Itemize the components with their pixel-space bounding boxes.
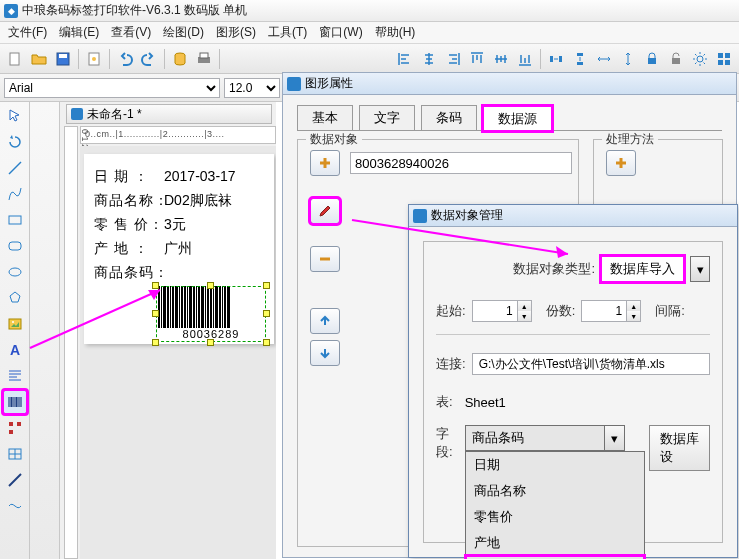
field-option[interactable]: 零售价 (466, 504, 644, 530)
align-left-button[interactable] (394, 48, 416, 70)
align-right-button[interactable] (442, 48, 464, 70)
data-object-dialog: 数据对象管理 数据对象类型: 数据库导入 ▾ 起始: ▲▼ 份数: ▲▼ 间隔:… (408, 204, 738, 558)
save-button[interactable] (52, 48, 74, 70)
field-option[interactable]: 商品名称 (466, 478, 644, 504)
menu-bar: 文件(F) 编辑(E) 查看(V) 绘图(D) 图形(S) 工具(T) 窗口(W… (0, 22, 739, 44)
ellipse-tool[interactable] (3, 260, 27, 284)
line2-tool[interactable] (3, 468, 27, 492)
barcode-tool[interactable] (3, 390, 27, 414)
label-page[interactable]: 日 期 ：2017-03-17 商品名称：D02脚底袜 零 售 价：3元 产 地… (84, 154, 274, 344)
svg-rect-11 (577, 62, 583, 65)
panel-icon (287, 77, 301, 91)
svg-rect-7 (200, 53, 208, 58)
pen-tool[interactable] (3, 494, 27, 518)
remove-data-button[interactable] (310, 246, 340, 272)
rich-text-tool[interactable] (3, 364, 27, 388)
menu-window[interactable]: 窗口(W) (313, 22, 368, 43)
tab-datasource[interactable]: 数据源 (483, 106, 552, 131)
open-button[interactable] (28, 48, 50, 70)
tab-text[interactable]: 文字 (359, 105, 415, 130)
edit-data-button[interactable] (310, 198, 340, 224)
distribute-v-button[interactable] (569, 48, 591, 70)
field-dropdown-list: 日期 商品名称 零售价 产地 商品条码 (465, 451, 645, 559)
svg-text:A: A (10, 342, 20, 358)
conn-value[interactable]: G:\办公文件\Test\培训\货物清单.xls (472, 353, 710, 375)
grid-button[interactable] (713, 48, 735, 70)
svg-point-23 (12, 321, 14, 323)
distribute-h-button[interactable] (545, 48, 567, 70)
field-option[interactable]: 日期 (466, 452, 644, 478)
type-combo[interactable]: 数据库导入 ▾ (601, 256, 710, 282)
align-top-button[interactable] (466, 48, 488, 70)
menu-tool[interactable]: 工具(T) (262, 22, 313, 43)
label-price-row: 零 售 价：3元 (94, 216, 264, 234)
dialog-title-bar[interactable]: 数据对象管理 (409, 205, 737, 227)
db-setup-button[interactable]: 数据库设 (649, 425, 711, 471)
field-dropdown[interactable]: 商品条码 ▾ 日期 商品名称 零售价 产地 商品条码 (465, 425, 625, 451)
data-value-display[interactable]: 8003628940026 (350, 152, 572, 174)
aux-palette (30, 102, 60, 559)
start-spinner[interactable]: ▲▼ (472, 300, 532, 322)
label-origin-row: 产 地 ：广州 (94, 240, 264, 258)
move-down-button[interactable] (310, 340, 340, 366)
qr-tool[interactable] (3, 416, 27, 440)
align-middle-button[interactable] (490, 48, 512, 70)
new-button[interactable] (4, 48, 26, 70)
same-width-button[interactable] (593, 48, 615, 70)
pointer-tool[interactable] (3, 104, 27, 128)
align-bottom-button[interactable] (514, 48, 536, 70)
title-bar: ◆ 中琅条码标签打印软件-V6.3.1 数码版 单机 (0, 0, 739, 22)
rect-tool[interactable] (3, 208, 27, 232)
ruler-horizontal (80, 126, 276, 144)
undo-button[interactable] (114, 48, 136, 70)
menu-help[interactable]: 帮助(H) (369, 22, 422, 43)
menu-shape[interactable]: 图形(S) (210, 22, 262, 43)
tab-barcode[interactable]: 条码 (421, 105, 477, 130)
move-up-button[interactable] (310, 308, 340, 334)
svg-rect-20 (9, 242, 21, 250)
text-tool[interactable]: A (3, 338, 27, 362)
properties-title-bar[interactable]: 图形属性 (283, 73, 736, 95)
add-process-button[interactable] (606, 150, 636, 176)
field-option[interactable]: 产地 (466, 530, 644, 556)
align-center-button[interactable] (418, 48, 440, 70)
doc-title: 未命名-1 * (87, 106, 142, 123)
tab-basic[interactable]: 基本 (297, 105, 353, 130)
field-arrow-icon[interactable]: ▾ (605, 425, 625, 451)
font-size-combo[interactable]: 12.0 (224, 78, 280, 98)
table-label: 表: (436, 393, 453, 411)
table-value: Sheet1 (465, 395, 506, 410)
svg-rect-17 (718, 60, 723, 65)
menu-view[interactable]: 查看(V) (105, 22, 157, 43)
curve-tool[interactable] (3, 182, 27, 206)
roundrect-tool[interactable] (3, 234, 27, 258)
same-height-button[interactable] (617, 48, 639, 70)
label-date-row: 日 期 ：2017-03-17 (94, 168, 264, 186)
menu-file[interactable]: 文件(F) (2, 22, 53, 43)
barcode-object[interactable]: 80036289 (156, 286, 266, 342)
rotate-tool[interactable] (3, 130, 27, 154)
type-dropdown-arrow[interactable]: ▾ (690, 256, 710, 282)
menu-edit[interactable]: 编辑(E) (53, 22, 105, 43)
add-data-button[interactable] (310, 150, 340, 176)
line-tool[interactable] (3, 156, 27, 180)
settings-button[interactable] (689, 48, 711, 70)
doc-title-bar: 未命名-1 * (66, 104, 272, 124)
font-name-combo[interactable]: Arial (4, 78, 220, 98)
image-tool[interactable] (3, 312, 27, 336)
db-button[interactable] (169, 48, 191, 70)
copies-spinner[interactable]: ▲▼ (581, 300, 641, 322)
menu-draw[interactable]: 绘图(D) (157, 22, 210, 43)
conn-label: 连接: (436, 355, 466, 373)
svg-rect-27 (9, 430, 13, 434)
ruler-vertical: 0 1 2 3 4 5 6 (64, 126, 78, 559)
redo-button[interactable] (138, 48, 160, 70)
svg-rect-22 (9, 319, 21, 329)
table-tool[interactable] (3, 442, 27, 466)
print-button[interactable] (193, 48, 215, 70)
page-setup-button[interactable] (83, 48, 105, 70)
lock-button[interactable] (641, 48, 663, 70)
polygon-tool[interactable] (3, 286, 27, 310)
svg-rect-16 (725, 53, 730, 58)
unlock-button[interactable] (665, 48, 687, 70)
